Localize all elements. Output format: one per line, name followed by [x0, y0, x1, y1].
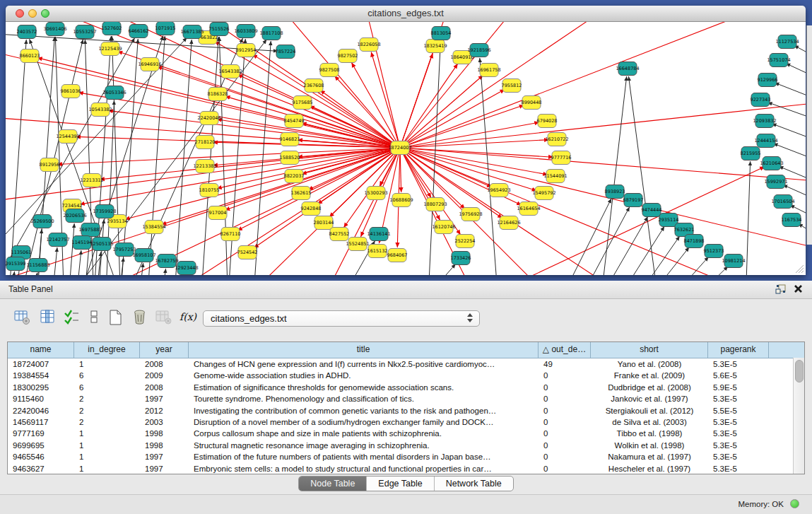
delete-rows-icon[interactable] [131, 309, 148, 326]
graph-node[interactable]: 15751074 [767, 54, 790, 67]
graph-edge[interactable] [400, 148, 553, 157]
graph-edge[interactable] [794, 45, 806, 70]
graph-node[interactable]: 1071915 [155, 22, 176, 35]
new-table-icon[interactable] [107, 309, 124, 326]
scrollbar-thumb[interactable] [795, 360, 804, 382]
graph-node[interactable]: 2522254 [455, 235, 476, 248]
graph-node[interactable]: 17359928 [93, 205, 116, 218]
graph-node[interactable]: 11127534 [775, 35, 799, 49]
graph-node[interactable]: 9684067 [387, 249, 408, 262]
graph-node[interactable]: 8660123 [20, 49, 40, 63]
graph-node[interactable]: 16975887 [78, 223, 102, 237]
graph-edge[interactable] [400, 22, 790, 148]
select-rows-icon[interactable] [64, 309, 81, 326]
column-header-name[interactable]: name [8, 342, 74, 358]
graph-node[interactable]: 12213312 [80, 174, 103, 187]
column-header-in_degree[interactable]: in_degree [74, 342, 140, 358]
graph-node[interactable]: 9146821 [280, 133, 300, 146]
graph-node[interactable]: 15524851 [346, 238, 369, 251]
graph-node[interactable]: 8990448 [522, 96, 542, 110]
column-header-pagerank[interactable]: pagerank [708, 342, 769, 358]
table-scrollbar[interactable] [793, 358, 804, 474]
graph-edge[interactable] [772, 124, 806, 149]
graph-node[interactable]: 2803144 [314, 216, 334, 230]
graph-node[interactable]: 2403572 [17, 25, 37, 39]
column-header-year[interactable]: year [140, 342, 189, 358]
graph-edge[interactable] [400, 148, 572, 275]
graph-node[interactable]: 18817108 [259, 27, 283, 40]
graph-node[interactable]: 1615132 [367, 245, 388, 258]
graph-node[interactable]: 16210722 [545, 133, 568, 146]
graph-node[interactable]: 15992971 [764, 175, 787, 189]
graph-node[interactable]: 6466162 [129, 25, 149, 38]
graph-node[interactable]: 16946916 [138, 58, 161, 71]
column-header-out_de[interactable]: △ out_de… [539, 342, 591, 358]
graph-node[interactable]: 8912956 [40, 158, 60, 172]
table-row[interactable]: 2242004622012Investigating the contribut… [8, 405, 804, 416]
graph-edge[interactable] [158, 269, 166, 275]
graph-node[interactable]: 25269500 [30, 215, 54, 228]
graph-node[interactable]: 19218596 [467, 44, 490, 57]
graph-node[interactable]: 1733426 [451, 252, 471, 265]
graph-node[interactable]: 917004 [208, 206, 227, 220]
graph-node[interactable]: 18325419 [423, 40, 447, 53]
graph-node[interactable]: 1527602 [102, 22, 122, 35]
tab-edge-table[interactable]: Edge Table [367, 477, 434, 491]
float-panel-icon[interactable] [775, 284, 787, 298]
graph-node[interactable]: 10543382 [88, 103, 112, 117]
table-row[interactable]: 969969511998Structural magnetic resonanc… [8, 440, 804, 451]
graph-node[interactable]: 12142757 [46, 233, 69, 247]
graph-node[interactable]: 9861036 [61, 85, 81, 98]
table-row[interactable]: 911546021997Tourette syndrome. Phenomeno… [8, 393, 804, 404]
graph-edge[interactable] [647, 257, 709, 275]
graph-edge[interactable] [76, 136, 400, 148]
graph-node[interactable]: 1145194 [72, 236, 93, 250]
table-row[interactable]: 946362711997Embryonic stem cells: a mode… [8, 463, 804, 474]
column-header-title[interactable]: title [189, 342, 539, 358]
close-panel-icon[interactable] [793, 284, 804, 297]
graph-edge[interactable] [745, 161, 751, 275]
graph-node[interactable]: 11156883 [26, 259, 49, 272]
graph-node[interactable]: 16961758 [477, 64, 500, 77]
graph-edge[interactable] [6, 38, 135, 275]
graph-node[interactable]: 2367608 [304, 79, 324, 93]
graph-node[interactable]: 18807293 [423, 198, 447, 211]
graph-node[interactable]: 20206536 [63, 209, 86, 223]
graph-edge[interactable] [252, 41, 271, 275]
graph-node[interactable]: 19654923 [487, 184, 510, 197]
graph-node[interactable]: 8813054 [431, 27, 452, 40]
resize-grip-icon[interactable] [794, 264, 804, 274]
graph-node[interactable]: 9827502 [338, 49, 358, 63]
graph-node[interactable]: 16164654 [517, 202, 540, 216]
graph-node[interactable]: 9227343 [751, 93, 771, 107]
graph-node[interactable]: 7524542 [237, 246, 258, 259]
network-canvas[interactable]: 1872400718226058982750298275082367608917… [6, 22, 806, 275]
graph-node[interactable]: 8454749 [284, 115, 305, 128]
graph-node[interactable]: 9474444 [642, 204, 662, 217]
graph-node[interactable]: 15300293 [364, 187, 387, 200]
graph-node[interactable]: 10688609 [389, 194, 413, 207]
graph-node[interactable]: 22420046 [197, 112, 220, 125]
graph-edge[interactable] [400, 89, 505, 148]
graph-node[interactable]: 19756928 [459, 208, 482, 221]
column-header-short[interactable]: short [591, 342, 708, 358]
show-columns-icon[interactable] [40, 309, 57, 326]
graph-node[interactable]: 16671385 [180, 25, 204, 39]
graph-edge[interactable] [401, 264, 456, 275]
graph-node[interactable]: 7857224 [276, 45, 296, 59]
graph-node[interactable]: 9827508 [319, 64, 340, 77]
graph-node[interactable]: 15495792 [532, 187, 555, 200]
graph-node[interactable]: 18724007 [388, 141, 411, 155]
graph-node[interactable]: 6794028 [537, 115, 558, 128]
graph-node[interactable]: 8186328 [208, 88, 228, 101]
graph-node[interactable]: 16648784 [616, 62, 639, 76]
graph-node[interactable]: 1167534 [782, 214, 802, 227]
graph-node[interactable]: 9777716 [551, 151, 572, 165]
graph-node[interactable]: 16033809 [234, 25, 257, 38]
graph-node[interactable]: 9512373 [704, 245, 724, 258]
network-view-window[interactable]: citations_edges.txt 18724007182260589827… [6, 6, 806, 275]
table-row[interactable]: 977716911998Corpus callosum shape and si… [8, 428, 804, 439]
table-row[interactable]: 1830029562008Estimation of significance … [8, 382, 804, 393]
graph-edge[interactable] [584, 217, 647, 275]
graph-node[interactable]: 16210643 [760, 157, 783, 170]
